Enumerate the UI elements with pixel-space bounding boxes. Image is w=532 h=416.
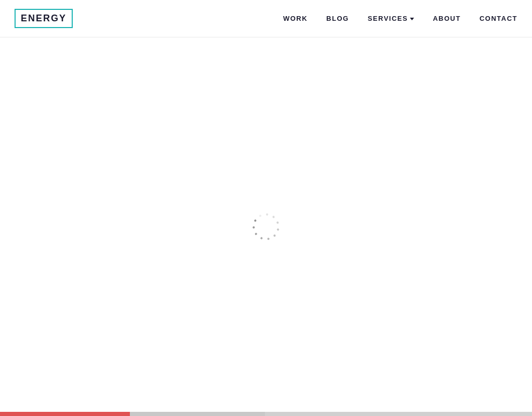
strip-gray (130, 412, 265, 416)
nav-contact[interactable]: CONTACT (480, 15, 517, 22)
chevron-down-icon (410, 18, 414, 20)
loading-spinner (259, 220, 273, 233)
nav-services[interactable]: SERVICES (368, 15, 415, 22)
main-content (0, 37, 532, 416)
main-nav: WORK BLOG SERVICES ABOUT CONTACT (283, 15, 517, 22)
nav-blog[interactable]: BLOG (326, 15, 349, 22)
logo-text: ENERGY (21, 13, 66, 24)
site-header: ENERGY WORK BLOG SERVICES ABOUT CONTACT (0, 0, 532, 37)
bottom-strip (0, 412, 532, 416)
nav-work[interactable]: WORK (283, 15, 308, 22)
logo[interactable]: ENERGY (15, 9, 73, 28)
strip-red (0, 412, 130, 416)
strip-image-area (265, 412, 532, 416)
nav-about[interactable]: ABOUT (433, 15, 461, 22)
nav-services-label: SERVICES (368, 15, 408, 22)
